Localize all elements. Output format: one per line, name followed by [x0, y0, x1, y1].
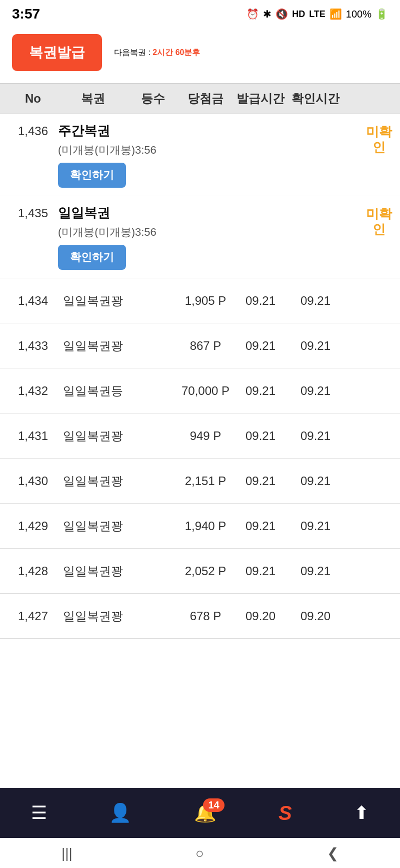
- row-confirm-time: 09.21: [288, 564, 343, 578]
- row-issue-time: 09.21: [233, 429, 288, 443]
- row-confirm-time: 09.21: [288, 474, 343, 488]
- battery-level: 100%: [346, 9, 372, 20]
- unconfirmed-badge-1435: 미확인: [366, 206, 392, 237]
- android-back-btn[interactable]: ❮: [327, 845, 338, 861]
- col-header-no: No: [8, 92, 58, 106]
- row-no: 1,430: [8, 474, 58, 488]
- row-type: 일일복권꽝: [58, 428, 128, 444]
- row-no-1436: 1,436: [8, 122, 58, 138]
- col-header-issue-time: 발급시간: [233, 91, 288, 107]
- row-confirm-time: 09.21: [288, 519, 343, 533]
- table-row-special-1436: 1,436 주간복권 (미개봉(미개봉)3:56 확인하기 미확인: [0, 114, 400, 196]
- row-issue-time: 09.21: [233, 339, 288, 353]
- row-no: 1,431: [8, 429, 58, 443]
- header-row: 복권발급 다음복권 : 2시간 60분후: [0, 26, 400, 79]
- nav-s[interactable]: S: [278, 802, 292, 824]
- row-confirm-time: 09.21: [288, 384, 343, 398]
- status-bar: 3:57 ⏰ ✱ 🔇 HD LTE 📶 100% 🔋: [0, 0, 400, 26]
- row-issue-time: 09.21: [233, 564, 288, 578]
- bottom-nav: ☰ 👤 🔔 14 S ⬆: [0, 788, 400, 838]
- row-prize: 867 P: [178, 339, 233, 353]
- hd-icon: HD: [292, 9, 305, 20]
- lottery-table: No 복권 등수 당첨금 발급시간 확인시간 1,436 주간복권 (미개봉(미…: [0, 83, 400, 639]
- row-type: 일일복권꽝: [58, 473, 128, 489]
- row-title-1436: 주간복권: [58, 122, 392, 140]
- row-prize: 1,905 P: [178, 294, 233, 308]
- signal-icon: 📶: [330, 8, 342, 20]
- table-row: 1,429 일일복권꽝 1,940 P 09.21 09.21: [0, 504, 400, 549]
- row-info-1436: (미개봉(미개봉)3:56: [58, 143, 392, 158]
- nav-menu[interactable]: ☰: [31, 802, 47, 823]
- next-lottery-info: 다음복권 : 2시간 60분후: [114, 48, 200, 58]
- row-no: 1,432: [8, 384, 58, 398]
- row-issue-time: 09.20: [233, 609, 288, 623]
- nav-user[interactable]: 👤: [109, 802, 132, 823]
- row-no: 1,434: [8, 294, 58, 308]
- row-prize: 70,000 P: [178, 384, 233, 398]
- table-row: 1,428 일일복권꽝 2,052 P 09.21 09.21: [0, 549, 400, 594]
- row-prize: 2,151 P: [178, 474, 233, 488]
- row-prize: 949 P: [178, 429, 233, 443]
- row-type: 일일복권꽝: [58, 338, 128, 354]
- row-prize: 1,940 P: [178, 519, 233, 533]
- row-content-1436: 주간복권 (미개봉(미개봉)3:56 확인하기 미확인: [58, 122, 392, 188]
- nav-up[interactable]: ⬆: [354, 802, 369, 823]
- user-icon: 👤: [109, 802, 132, 823]
- row-issue-time: 09.21: [233, 384, 288, 398]
- next-lottery-label: 다음복권 :: [114, 48, 152, 57]
- unconfirmed-badge-1436: 미확인: [366, 124, 392, 155]
- col-header-prize: 당첨금: [178, 91, 233, 107]
- row-title-1435: 일일복권: [58, 204, 392, 222]
- row-issue-time: 09.21: [233, 519, 288, 533]
- row-info-1435: (미개봉(미개봉)3:56: [58, 225, 392, 240]
- row-confirm-time: 09.20: [288, 609, 343, 623]
- status-icons: ⏰ ✱ 🔇 HD LTE 📶 100% 🔋: [246, 8, 388, 20]
- lottery-issue-button[interactable]: 복권발급: [12, 34, 102, 71]
- row-type: 일일복권꽝: [58, 293, 128, 309]
- row-issue-time: 09.21: [233, 474, 288, 488]
- lte-icon: LTE: [309, 9, 326, 20]
- mute-icon: 🔇: [276, 8, 288, 20]
- android-nav-bar: ||| ○ ❮: [0, 838, 400, 868]
- col-header-type: 복권: [58, 91, 128, 107]
- table-row: 1,434 일일복권꽝 1,905 P 09.21 09.21: [0, 278, 400, 323]
- table-header: No 복권 등수 당첨금 발급시간 확인시간: [0, 83, 400, 114]
- col-header-confirm-time: 확인시간: [288, 91, 343, 107]
- menu-icon: ☰: [31, 802, 47, 823]
- row-type: 일일복권꽝: [58, 563, 128, 579]
- nav-bell[interactable]: 🔔 14: [194, 802, 216, 823]
- android-home-btn[interactable]: ○: [196, 845, 204, 861]
- row-confirm-time: 09.21: [288, 294, 343, 308]
- row-no: 1,427: [8, 609, 58, 623]
- table-rows: 1,434 일일복권꽝 1,905 P 09.21 09.21 1,433 일일…: [0, 278, 400, 639]
- row-no: 1,429: [8, 519, 58, 533]
- row-prize: 2,052 P: [178, 564, 233, 578]
- row-content-1435: 일일복권 (미개봉(미개봉)3:56 확인하기 미확인: [58, 204, 392, 270]
- table-row: 1,431 일일복권꽝 949 P 09.21 09.21: [0, 413, 400, 459]
- battery-icon: 🔋: [376, 8, 388, 20]
- row-no-1435: 1,435: [8, 204, 58, 220]
- row-no: 1,433: [8, 339, 58, 353]
- bluetooth-icon: ✱: [263, 8, 272, 20]
- alarm-icon: ⏰: [246, 8, 259, 20]
- table-row: 1,432 일일복권등 70,000 P 09.21 09.21: [0, 368, 400, 413]
- table-row-special-1435: 1,435 일일복권 (미개봉(미개봉)3:56 확인하기 미확인: [0, 196, 400, 278]
- table-row: 1,433 일일복권꽝 867 P 09.21 09.21: [0, 323, 400, 368]
- up-arrow-icon: ⬆: [354, 802, 369, 823]
- col-header-rank: 등수: [128, 91, 178, 107]
- table-row: 1,427 일일복권꽝 678 P 09.20 09.20: [0, 594, 400, 639]
- s-brand-icon: S: [278, 802, 292, 824]
- next-lottery-time: 2시간 60분후: [152, 48, 200, 57]
- status-time: 3:57: [12, 6, 40, 22]
- row-type: 일일복권등: [58, 383, 128, 399]
- confirm-button-1435[interactable]: 확인하기: [58, 245, 126, 270]
- table-row: 1,430 일일복권꽝 2,151 P 09.21 09.21: [0, 459, 400, 504]
- row-confirm-time: 09.21: [288, 339, 343, 353]
- row-type: 일일복권꽝: [58, 608, 128, 624]
- android-recent-btn[interactable]: |||: [62, 845, 72, 861]
- row-issue-time: 09.21: [233, 294, 288, 308]
- row-confirm-time: 09.21: [288, 429, 343, 443]
- row-prize: 678 P: [178, 609, 233, 623]
- row-no: 1,428: [8, 564, 58, 578]
- confirm-button-1436[interactable]: 확인하기: [58, 163, 126, 188]
